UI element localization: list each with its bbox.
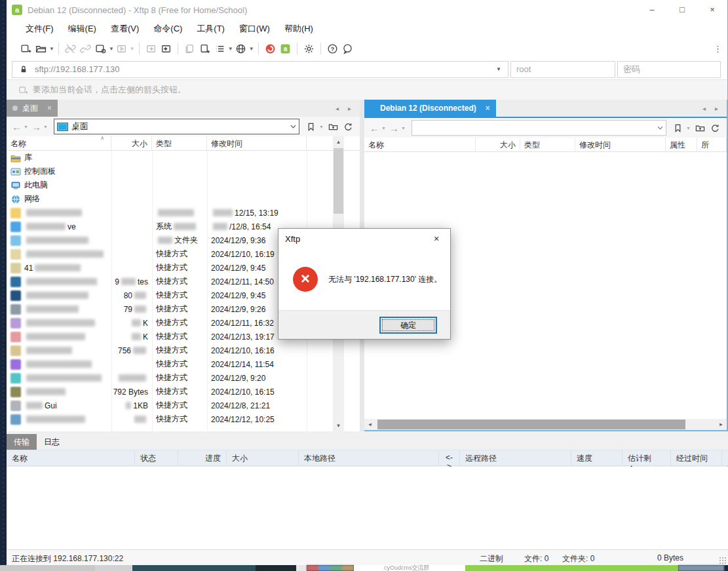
- bookmark-dropdown-icon[interactable]: ▼: [685, 126, 693, 130]
- bottom-tab-log[interactable]: 日志: [37, 434, 67, 450]
- scrollbar-thumb[interactable]: [334, 148, 343, 214]
- session-properties-icon[interactable]: [93, 41, 108, 56]
- transfer-column-2[interactable]: 进度: [178, 450, 227, 465]
- scroll-left-icon[interactable]: ◂: [364, 419, 375, 430]
- local-tab[interactable]: 桌面 ×: [7, 100, 58, 117]
- back-dropdown-icon[interactable]: ▼: [23, 125, 30, 129]
- menu-item-3[interactable]: 命令(C): [146, 20, 189, 38]
- refresh-icon[interactable]: [341, 122, 356, 132]
- dialog-close-icon[interactable]: ×: [423, 229, 450, 248]
- column-header-4[interactable]: 属性: [666, 138, 697, 151]
- file-type: 快捷方式: [156, 304, 187, 315]
- open-folder-dropdown-icon[interactable]: ▼: [49, 46, 54, 52]
- tab-close-icon[interactable]: ×: [47, 104, 52, 113]
- bottom-tab-transfer[interactable]: 传输: [7, 434, 37, 450]
- toolbar-overflow-icon[interactable]: ⋮: [714, 44, 722, 54]
- column-header-1[interactable]: 大小: [476, 138, 520, 151]
- address-dropdown-icon[interactable]: ▼: [493, 66, 504, 72]
- ok-button[interactable]: 确定: [379, 317, 437, 334]
- username-field[interactable]: root: [510, 61, 615, 78]
- tab-scroll-right-icon[interactable]: ▸: [710, 105, 723, 112]
- forward-icon[interactable]: →: [388, 123, 400, 134]
- session-properties-dropdown-icon[interactable]: ▼: [109, 46, 114, 52]
- bookmark-icon[interactable]: [670, 123, 685, 133]
- transfer-column-3[interactable]: 大小: [227, 450, 299, 465]
- path-chevron-icon[interactable]: [290, 125, 296, 128]
- scroll-down-icon[interactable]: ▾: [333, 420, 344, 431]
- transfer-column-4[interactable]: 本地路径: [299, 450, 439, 465]
- transfer-column-7[interactable]: 速度: [571, 450, 623, 465]
- bookmark-icon[interactable]: [303, 122, 318, 132]
- menu-item-1[interactable]: 编辑(E): [61, 20, 104, 38]
- path-chevron-icon[interactable]: [657, 126, 663, 130]
- duplicate-tab-icon[interactable]: [182, 41, 197, 56]
- scroll-right-icon[interactable]: ▸: [716, 419, 727, 430]
- menu-item-5[interactable]: 窗口(W): [232, 20, 277, 38]
- column-header-1[interactable]: 大小: [111, 136, 152, 150]
- forward-dropdown-icon[interactable]: ▼: [43, 125, 50, 129]
- minimize-button[interactable]: –: [637, 0, 667, 20]
- remote-horizontal-scrollbar[interactable]: ◂ ▸: [364, 419, 727, 430]
- dialog-title-bar[interactable]: Xftp ×: [278, 229, 450, 248]
- local-path-combobox[interactable]: 桌面: [54, 119, 299, 134]
- view-list-dropdown-icon[interactable]: ▼: [228, 46, 233, 52]
- xshell-icon[interactable]: [263, 41, 278, 56]
- menu-item-4[interactable]: 工具(T): [189, 20, 232, 38]
- transfer-left-icon[interactable]: [144, 41, 159, 56]
- new-session-icon[interactable]: [18, 41, 33, 56]
- folder-up-icon[interactable]: [693, 123, 708, 133]
- column-header-2[interactable]: 类型: [520, 138, 575, 151]
- encoding-globe-icon[interactable]: [233, 41, 248, 56]
- tab-scroll-left-icon[interactable]: ◂: [331, 105, 343, 112]
- help-icon[interactable]: ?: [325, 41, 340, 56]
- disconnect-icon[interactable]: [63, 41, 78, 56]
- column-header-2[interactable]: 类型: [152, 136, 207, 150]
- remote-tab[interactable]: Debian 12 (Disconnected) ×: [364, 100, 496, 117]
- transfer-column-6[interactable]: 远程路径: [460, 450, 571, 465]
- resize-grip[interactable]: [719, 557, 727, 564]
- xftp-icon[interactable]: a: [278, 41, 293, 56]
- menu-item-0[interactable]: 文件(F): [18, 20, 61, 38]
- column-header-5[interactable]: 所: [697, 138, 727, 151]
- bookmark-dropdown-icon[interactable]: ▼: [318, 125, 326, 129]
- transfer-column-0[interactable]: 名称: [7, 450, 135, 465]
- address-input[interactable]: sftp://192.168.177.130 ▼: [12, 61, 508, 78]
- transfer-column-1[interactable]: 状态: [135, 450, 178, 465]
- new-tab-icon[interactable]: [197, 41, 212, 56]
- scrollbar-thumb[interactable]: [377, 420, 685, 429]
- transfer-right-icon[interactable]: [159, 41, 174, 56]
- menu-item-2[interactable]: 查看(V): [104, 20, 146, 38]
- open-folder-icon[interactable]: [33, 41, 48, 56]
- transfer-column-8[interactable]: 估计剩余...: [623, 450, 671, 465]
- forward-dropdown-icon[interactable]: ▼: [400, 126, 408, 130]
- password-field[interactable]: 密码: [617, 61, 721, 78]
- run-icon[interactable]: [114, 41, 129, 56]
- tab-scroll-left-icon[interactable]: ◂: [698, 105, 710, 112]
- forward-icon[interactable]: →: [30, 121, 43, 132]
- settings-icon[interactable]: [301, 41, 316, 56]
- remote-path-combobox[interactable]: [412, 120, 666, 136]
- transfer-column-5[interactable]: <->: [439, 450, 460, 465]
- back-icon[interactable]: ←: [10, 121, 23, 132]
- tab-scroll-right-icon[interactable]: ▸: [343, 105, 356, 112]
- feedback-icon[interactable]: [340, 41, 355, 56]
- tab-close-icon[interactable]: ×: [486, 104, 490, 113]
- back-icon[interactable]: ←: [368, 123, 381, 134]
- folder-up-icon[interactable]: [326, 122, 341, 132]
- title-bar[interactable]: a Debian 12 (Disconnected) - Xftp 8 (Fre…: [7, 0, 727, 20]
- column-header-3[interactable]: 修改时间: [575, 138, 666, 151]
- column-header-3[interactable]: 修改时间: [207, 136, 307, 150]
- transfer-column-9[interactable]: 经过时间: [671, 450, 722, 465]
- view-list-icon[interactable]: [212, 41, 227, 56]
- column-header-0[interactable]: 名称∧: [7, 136, 111, 150]
- menu-item-6[interactable]: 帮助(H): [277, 20, 320, 38]
- scroll-up-icon[interactable]: ▴: [333, 136, 344, 148]
- close-button[interactable]: ×: [697, 0, 727, 20]
- encoding-globe-dropdown-icon[interactable]: ▼: [249, 46, 254, 52]
- reconnect-icon[interactable]: [78, 41, 93, 56]
- run-dropdown-icon[interactable]: ▼: [130, 46, 135, 52]
- column-header-0[interactable]: 名称: [364, 138, 476, 151]
- maximize-button[interactable]: □: [667, 0, 697, 20]
- back-dropdown-icon[interactable]: ▼: [381, 126, 388, 130]
- refresh-icon[interactable]: [708, 123, 723, 133]
